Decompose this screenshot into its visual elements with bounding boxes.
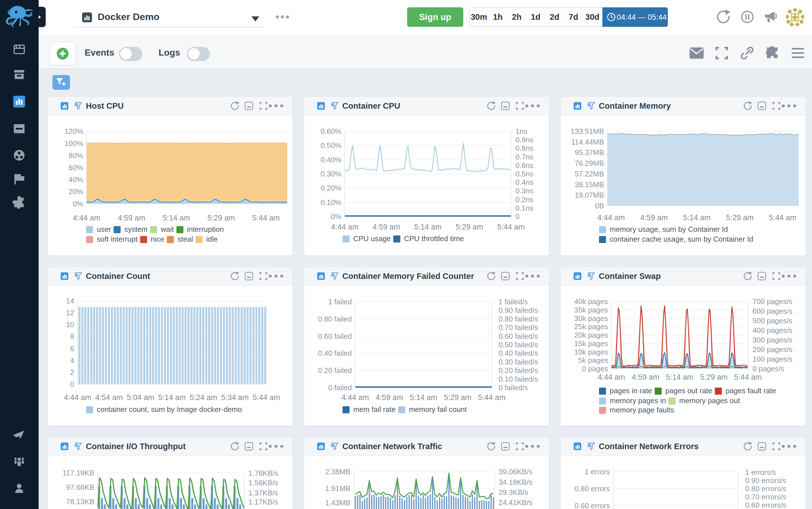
- svg-text:CPU throttled time: CPU throttled time: [404, 234, 464, 243]
- svg-text:5:24 am: 5:24 am: [190, 393, 217, 402]
- svg-text:0.70 failed/s: 0.70 failed/s: [499, 323, 538, 332]
- svg-text:5:29 am: 5:29 am: [456, 223, 483, 231]
- svg-text:0.8ns: 0.8ns: [515, 144, 533, 152]
- svg-text:700 pages/s: 700 pages/s: [752, 297, 792, 306]
- svg-text:0.9ns: 0.9ns: [515, 136, 533, 144]
- svg-text:0.5ns: 0.5ns: [515, 170, 533, 178]
- svg-text:38.15MB: 38.15MB: [575, 180, 604, 189]
- svg-text:user: user: [97, 225, 111, 234]
- svg-text:4:54 am: 4:54 am: [96, 393, 123, 402]
- svg-text:1 failed: 1 failed: [328, 298, 352, 306]
- svg-text:5:44 am: 5:44 am: [497, 223, 525, 231]
- svg-text:0.40%: 0.40%: [321, 156, 341, 164]
- svg-text:4:59 am: 4:59 am: [632, 373, 659, 381]
- svg-text:Container Network Traffic: Container Network Traffic: [342, 442, 442, 451]
- svg-text:60%: 60%: [69, 164, 83, 172]
- svg-text:2.38MB: 2.38MB: [325, 468, 350, 476]
- svg-text:78.13KB: 78.13KB: [66, 498, 94, 506]
- svg-text:5:14 am: 5:14 am: [666, 373, 694, 381]
- svg-text:0.90 failed/s: 0.90 failed/s: [499, 306, 538, 314]
- svg-text:0.60 errors: 0.60 errors: [575, 501, 610, 509]
- svg-text:0%: 0%: [73, 200, 83, 208]
- svg-text:container count, sum by Image: container count, sum by Image docker-dem…: [97, 405, 242, 414]
- svg-text:Container Memory: Container Memory: [599, 101, 671, 110]
- svg-text:0 failed: 0 failed: [328, 383, 352, 392]
- svg-text:memory pages out: memory pages out: [679, 396, 740, 405]
- svg-text:0.50%: 0.50%: [321, 141, 341, 149]
- svg-text:300 pages/s: 300 pages/s: [752, 336, 792, 344]
- svg-text:24.41KB/s: 24.41KB/s: [499, 498, 532, 507]
- svg-text:0.10 failed/s: 0.10 failed/s: [499, 375, 538, 383]
- svg-text:8: 8: [70, 332, 74, 341]
- svg-text:5:44 am: 5:44 am: [252, 214, 280, 222]
- svg-text:6: 6: [70, 344, 74, 353]
- svg-text:0.80 errors/s: 0.80 errors/s: [745, 484, 786, 493]
- svg-text:0.80 failed: 0.80 failed: [318, 315, 352, 323]
- svg-text:system: system: [124, 225, 148, 234]
- svg-text:0.10%: 0.10%: [321, 198, 341, 207]
- svg-text:97.66KB: 97.66KB: [66, 483, 94, 491]
- svg-text:0.20 failed: 0.20 failed: [318, 366, 352, 375]
- svg-text:40k pages: 40k pages: [574, 297, 608, 306]
- svg-text:0%: 0%: [331, 212, 341, 221]
- svg-text:1.37KB/s: 1.37KB/s: [248, 489, 278, 497]
- svg-text:0: 0: [515, 212, 519, 221]
- svg-text:5:29 am: 5:29 am: [700, 373, 728, 381]
- svg-text:1.56KB/s: 1.56KB/s: [248, 478, 278, 487]
- svg-text:95.37MB: 95.37MB: [575, 148, 604, 157]
- svg-text:5:44 am: 5:44 am: [478, 393, 506, 402]
- svg-text:4:59 am: 4:59 am: [372, 223, 400, 231]
- svg-text:120%: 120%: [65, 127, 83, 136]
- svg-text:1.76KB/s: 1.76KB/s: [248, 469, 278, 477]
- svg-text:5:29 am: 5:29 am: [726, 213, 753, 222]
- svg-text:4:44 am: 4:44 am: [598, 373, 625, 381]
- svg-text:133.51MB: 133.51MB: [570, 127, 604, 136]
- svg-text:Container CPU: Container CPU: [342, 101, 400, 110]
- svg-text:5:44 am: 5:44 am: [253, 393, 280, 402]
- svg-text:29.3KB/s: 29.3KB/s: [499, 488, 528, 497]
- svg-text:0.1ns: 0.1ns: [515, 204, 533, 212]
- svg-text:0.20%: 0.20%: [321, 184, 341, 192]
- svg-text:5:44 am: 5:44 am: [734, 373, 762, 381]
- svg-text:1.91MB: 1.91MB: [325, 484, 350, 493]
- svg-text:5:29 am: 5:29 am: [208, 214, 235, 222]
- svg-text:5:34 am: 5:34 am: [221, 393, 249, 402]
- svg-text:100%: 100%: [65, 139, 83, 148]
- svg-text:container cache usage, sum by: container cache usage, sum by Container …: [610, 235, 753, 243]
- svg-text:2: 2: [70, 368, 74, 377]
- svg-text:CPU usage: CPU usage: [353, 234, 391, 243]
- svg-text:10k pages: 10k pages: [574, 348, 608, 356]
- svg-text:0B: 0B: [595, 202, 604, 210]
- svg-text:117.19KB: 117.19KB: [63, 469, 94, 477]
- svg-text:mem fail rate: mem fail rate: [353, 405, 396, 414]
- svg-text:Container Swap: Container Swap: [599, 272, 661, 281]
- svg-text:114.44MB: 114.44MB: [571, 138, 604, 146]
- svg-text:1.43MB: 1.43MB: [325, 499, 350, 507]
- svg-text:idle: idle: [206, 235, 218, 243]
- svg-text:wait: wait: [160, 225, 174, 234]
- svg-text:80%: 80%: [69, 151, 83, 160]
- svg-text:1.17KB/s: 1.17KB/s: [248, 498, 278, 506]
- svg-text:pages out rate: pages out rate: [665, 386, 712, 395]
- svg-text:0.40 failed: 0.40 failed: [318, 349, 352, 358]
- svg-text:pages fault rate: pages fault rate: [725, 386, 776, 395]
- svg-text:0.40 failed/s: 0.40 failed/s: [499, 349, 538, 358]
- svg-text:0.90 errors/s: 0.90 errors/s: [745, 476, 786, 485]
- svg-text:memory page faults: memory page faults: [610, 406, 674, 414]
- svg-text:0.80 failed/s: 0.80 failed/s: [499, 315, 538, 323]
- svg-text:4:59 am: 4:59 am: [118, 214, 145, 222]
- svg-text:0 failed/s: 0 failed/s: [499, 383, 528, 392]
- svg-text:0.2ns: 0.2ns: [515, 195, 533, 204]
- svg-text:Container Memory Failed Counte: Container Memory Failed Counter: [342, 272, 474, 281]
- svg-text:0.70 errors/s: 0.70 errors/s: [745, 493, 786, 501]
- svg-text:5:44 am: 5:44 am: [769, 213, 797, 222]
- svg-text:0.60 errors/s: 0.60 errors/s: [745, 501, 786, 509]
- svg-text:Host CPU: Host CPU: [86, 101, 123, 110]
- svg-text:5:14 am: 5:14 am: [158, 393, 186, 402]
- svg-text:5:29 am: 5:29 am: [444, 393, 472, 402]
- svg-text:memory usage, sum by Container: memory usage, sum by Container Id: [610, 225, 728, 234]
- svg-text:25k pages: 25k pages: [574, 323, 608, 331]
- svg-text:4:44 am: 4:44 am: [597, 213, 625, 222]
- svg-text:0.80 errors: 0.80 errors: [575, 484, 610, 493]
- svg-text:20k pages: 20k pages: [574, 331, 608, 339]
